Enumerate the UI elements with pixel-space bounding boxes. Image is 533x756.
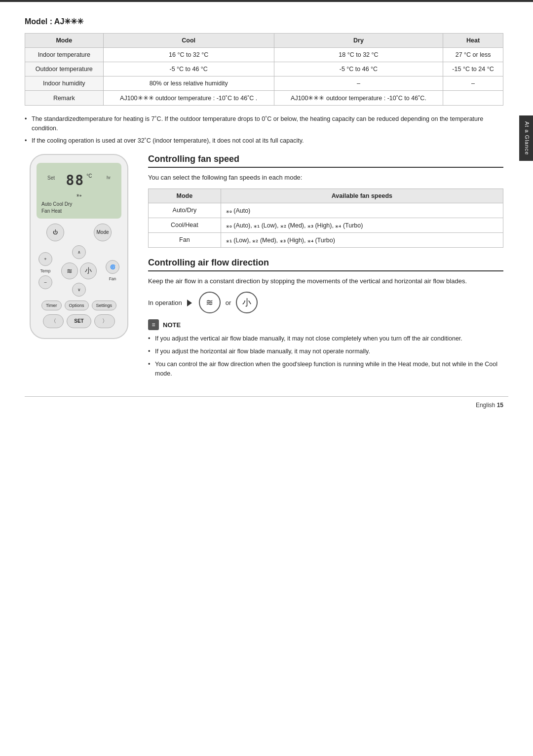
swing-v-button[interactable]: 小 xyxy=(80,263,97,279)
fan-mode-fan: Fan xyxy=(149,232,221,247)
display-temp-label: °C xyxy=(86,173,92,180)
remote-options-row: Timer Options Settings xyxy=(37,301,121,310)
fan-col-speeds: Available fan speeds xyxy=(221,189,503,203)
col-header-mode: Mode xyxy=(25,34,104,48)
nav-right-button[interactable]: 〉 xyxy=(94,314,115,328)
down-arrow-button[interactable]: ∨ xyxy=(72,283,86,297)
spec-table: Mode Cool Dry Heat Indoor temperature 16… xyxy=(25,33,503,106)
side-tab-label: At a Glance xyxy=(524,121,530,155)
row-dry: 18 °C to 32 °C xyxy=(274,48,443,62)
fan-col-mode: Mode xyxy=(149,189,221,203)
center-btn-group: ∧ ≋ 小 ∨ xyxy=(61,245,97,297)
or-label: or xyxy=(226,299,231,306)
list-item: If the cooling operation is used at over… xyxy=(25,136,503,146)
row-label: Outdoor temperature xyxy=(25,62,104,76)
row-cool: 16 °C to 32 °C xyxy=(103,48,274,62)
main-content: At a Glance Model : AJ✳✳✳ Mode Cool Dry … xyxy=(0,17,533,381)
row-cool: 80% or less relative humidity xyxy=(103,76,274,91)
row-heat: – xyxy=(443,76,503,91)
model-title: Model : AJ✳✳✳ xyxy=(25,17,503,26)
row-heat: 27 °C or less xyxy=(443,48,503,62)
display-set-label: Set xyxy=(47,175,55,182)
note-list: If you adjust the vertical air flow blad… xyxy=(148,334,503,378)
side-tab: At a Glance xyxy=(519,115,533,161)
col-header-dry: Dry xyxy=(274,34,443,48)
note-header: ≡ NOTE xyxy=(148,319,503,330)
fan-mode-auto-dry: Auto/Dry xyxy=(149,203,221,218)
up-arrow-button[interactable]: ∧ xyxy=(72,245,86,259)
remote-nav-row: 〈 SET 〉 xyxy=(37,314,121,328)
row-label: Indoor temperature xyxy=(25,48,104,62)
fan-button[interactable]: 🌀 xyxy=(106,260,119,274)
in-operation-label: In operation xyxy=(148,299,182,306)
two-col-layout: Set hr 88 °C ⁎ₒ Auto Cool Dry Fan Heat xyxy=(25,154,503,381)
display-hr-label: hr xyxy=(107,175,111,181)
row-heat xyxy=(443,91,503,106)
temp-group: + Temp – xyxy=(38,252,52,289)
nav-left-button[interactable]: 〈 xyxy=(43,314,64,328)
mode-button[interactable]: Mode xyxy=(94,224,112,241)
row-dry: – xyxy=(274,76,443,91)
row-heat: -15 °C to 24 °C xyxy=(443,62,503,76)
table-row: Auto/Dry ⁎ₒ (Auto) xyxy=(149,203,503,218)
table-row: Fan ⁎₁ (Low), ⁎₂ (Med), ⁎₃ (High), ⁎₄ (T… xyxy=(149,232,503,247)
model-bullet-list: The standardizedtemperature for heating … xyxy=(25,114,503,145)
model-section: Model : AJ✳✳✳ Mode Cool Dry Heat Indoor … xyxy=(25,17,503,145)
remote-col: Set hr 88 °C ⁎ₒ Auto Cool Dry Fan Heat xyxy=(25,154,133,381)
fan-speed-icon: ⁎₁ xyxy=(254,222,260,229)
swing-vertical-icon: 小 xyxy=(236,292,258,313)
options-button[interactable]: Options xyxy=(65,301,89,310)
list-item: The standardizedtemperature for heating … xyxy=(25,114,503,133)
fan-speed-icon: ⁎₄ xyxy=(307,237,313,244)
fan-speed-table: Mode Available fan speeds Auto/Dry ⁎ₒ (A… xyxy=(148,189,503,248)
table-row: Cool/Heat ⁎ₒ (Auto), ⁎₁ (Low), ⁎₂ (Med),… xyxy=(149,218,503,232)
in-operation-row: In operation ≋ or 小 xyxy=(148,292,503,313)
airflow-description: Keep the air flow in a constant directio… xyxy=(148,276,503,286)
table-row: Indoor temperature 16 °C to 32 °C 18 °C … xyxy=(25,48,503,62)
col-header-cool: Cool xyxy=(103,34,274,48)
timer-button[interactable]: Timer xyxy=(41,301,62,310)
table-row: Indoor humidity 80% or less relative hum… xyxy=(25,76,503,91)
temp-plus-button[interactable]: + xyxy=(38,252,52,266)
settings-button[interactable]: Settings xyxy=(92,301,117,310)
list-item: If you adjust the vertical air flow blad… xyxy=(148,334,503,343)
fan-speed-icon: ⁎₂ xyxy=(252,237,258,244)
note-icon: ≡ xyxy=(148,319,159,330)
temp-label: Temp xyxy=(40,268,51,273)
fan-speed-icon: ⁎₃ xyxy=(307,222,313,229)
row-dry: -5 °C to 46 °C xyxy=(274,62,443,76)
airflow-section: Controlling air flow direction Keep the … xyxy=(148,258,503,378)
display-modes: Auto Cool Dry Fan Heat xyxy=(41,201,116,215)
nav-set-button[interactable]: SET xyxy=(67,314,91,328)
table-row: Remark AJ100✳✳✳ outdoor temperature : -1… xyxy=(25,91,503,106)
fan-speed-icon: ⁎₄ xyxy=(335,222,341,229)
fan-speed-icon: ⁎₂ xyxy=(280,222,286,229)
list-item: You can control the air flow direction w… xyxy=(148,360,503,378)
fan-label: Fan xyxy=(109,276,116,281)
display-digits: 88 xyxy=(66,171,85,190)
temp-minus-button[interactable]: – xyxy=(38,275,52,289)
fan-speeds-auto-dry: ⁎ₒ (Auto) xyxy=(221,203,503,218)
fan-speed-icon: ⁎₁ xyxy=(226,237,232,244)
fan-mode-cool-heat: Cool/Heat xyxy=(149,218,221,232)
info-col: Controlling fan speed You can select the… xyxy=(148,154,503,381)
swing-h-button[interactable]: ≋ xyxy=(61,263,78,279)
language-label: English xyxy=(476,402,495,409)
fan-group: 🌀 Fan xyxy=(106,260,119,281)
mode-label: Mode xyxy=(96,229,109,235)
row-cool: -5 °C to 46 °C xyxy=(103,62,274,76)
power-button[interactable]: ⏻ xyxy=(46,224,64,241)
col-header-heat: Heat xyxy=(443,34,503,48)
note-box: ≡ NOTE If you adjust the vertical air fl… xyxy=(148,319,503,378)
row-label: Remark xyxy=(25,91,104,106)
power-icon: ⏻ xyxy=(53,229,58,235)
fan-speed-title: Controlling fan speed xyxy=(148,154,503,168)
display-modes-line2: Fan Heat xyxy=(41,208,116,215)
remote-middle-row: + Temp – ∧ ≋ 小 ∨ 🌀 Fan xyxy=(37,245,121,297)
remote-control: Set hr 88 °C ⁎ₒ Auto Cool Dry Fan Heat xyxy=(30,154,128,339)
fan-speed-icon: ⁎ₒ xyxy=(226,207,232,214)
list-item: If you adjust the horizontal air flow bl… xyxy=(148,347,503,356)
row-dry: AJ100✳✳✳ outdoor temperature : -10˚C to … xyxy=(274,91,443,106)
fan-speed-icon: ⁎ₒ xyxy=(226,222,232,229)
arrow-right-icon xyxy=(187,299,194,306)
